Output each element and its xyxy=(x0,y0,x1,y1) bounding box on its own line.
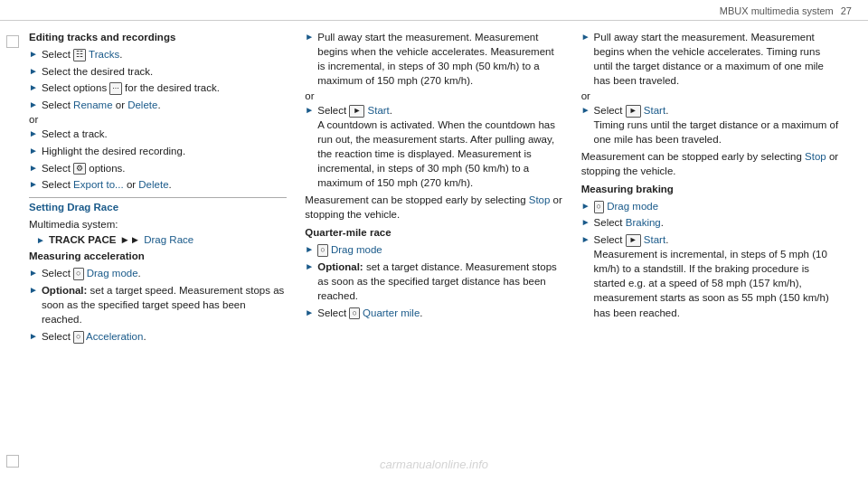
stop-text-middle: Measurement can be stopped early by sele… xyxy=(305,193,562,222)
top-bar-right: MBUX multimedia system 27 xyxy=(720,5,852,16)
gear-icon: ⚙ xyxy=(73,163,86,175)
bullet-text: ○ Drag mode xyxy=(317,242,562,257)
measuring-acceleration-section: Measuring acceleration ► Select ○ Drag m… xyxy=(29,250,287,343)
start-link-middle[interactable]: Start xyxy=(368,105,390,116)
bullet-text: Highlight the desired recording. xyxy=(42,144,287,158)
export-link[interactable]: Export to... xyxy=(73,179,124,190)
delete-link[interactable]: Delete xyxy=(127,99,157,110)
bullet-text: Optional: set a target speed. Measuremen… xyxy=(42,283,287,326)
bullet-text: Select ○ Acceleration. xyxy=(42,329,287,344)
accel-list: ► Select ○ Drag mode. ► Optional: set a … xyxy=(29,266,287,343)
bullet-text: Select Rename or Delete. xyxy=(42,98,287,112)
bullet-item: ► Select Rename or Delete. xyxy=(29,98,287,112)
bullet-arrow: ► xyxy=(29,48,38,61)
margin-box-bottom xyxy=(6,455,19,468)
stop-text-right: Measurement can be stopped early by sele… xyxy=(581,149,839,178)
bullet-item: ► ○ Drag mode xyxy=(581,199,839,213)
middle-list-1: ► Pull away start the measurement. Measu… xyxy=(305,30,562,88)
bullet-text: Select the desired track. xyxy=(42,64,287,79)
or-text-middle-1: or xyxy=(305,90,562,101)
or-text-right-1: or xyxy=(581,90,839,101)
start-link-braking[interactable]: Start xyxy=(644,234,665,245)
bullet-item: ► Select ► Start. Timing runs until the … xyxy=(581,103,839,146)
divider-1 xyxy=(29,197,287,198)
drag-mode-icon-3: ○ xyxy=(594,201,604,213)
bullet-arrow: ► xyxy=(581,104,590,117)
bullet-text: ○ Drag mode xyxy=(594,199,839,213)
margin-box-top xyxy=(6,35,19,48)
quarter-mile-link[interactable]: Quarter mile xyxy=(363,307,420,318)
editing-list-1: ► Select ☷ Tracks. ► Select the desired … xyxy=(29,47,287,112)
col-right: ► Pull away start the measurement. Measu… xyxy=(578,30,839,482)
acceleration-link[interactable]: Acceleration xyxy=(86,331,143,342)
accel-icon: ○ xyxy=(73,331,83,344)
main-content: Editing tracks and recordings ► Select ☷… xyxy=(25,30,843,482)
bullet-arrow: ► xyxy=(29,81,38,94)
bullet-arrow: ► xyxy=(581,216,590,229)
bullet-arrow: ► xyxy=(581,200,590,213)
bullet-item: ► Select ⚙ options. xyxy=(29,161,287,175)
bullet-item: ► Select Export to... or Delete. xyxy=(29,177,287,192)
bullet-item: ► Optional: set a target speed. Measurem… xyxy=(29,283,287,326)
page-number: 27 xyxy=(841,5,852,16)
bullet-item: ► Select ○ Drag mode. xyxy=(29,266,287,280)
bullet-arrow: ► xyxy=(29,99,38,111)
measuring-accel-title: Measuring acceleration xyxy=(29,250,287,261)
stop-link-middle[interactable]: Stop xyxy=(529,194,551,205)
bullet-arrow: ► xyxy=(305,104,314,117)
bullet-text: Select ☷ Tracks. xyxy=(42,47,287,61)
drag-mode-link-2[interactable]: Drag mode xyxy=(331,244,382,255)
play-icon-right: ► xyxy=(626,105,641,118)
quarter-mile-title: Quarter-mile race xyxy=(305,227,562,238)
middle-list-2: ► Select ► Start. A countdown is activat… xyxy=(305,103,562,191)
measuring-braking-title: Measuring braking xyxy=(581,184,839,194)
bullet-text: Select a track. xyxy=(42,127,287,141)
col-left: Editing tracks and recordings ► Select ☷… xyxy=(29,30,305,482)
options-dots-icon: ··· xyxy=(109,82,122,95)
system-title: MBUX multimedia system xyxy=(720,5,834,16)
bullet-arrow: ► xyxy=(305,260,314,273)
bullet-arrow: ► xyxy=(29,65,38,78)
bullet-item: ► Select ☷ Tracks. xyxy=(29,47,287,61)
bullet-item: ► ○ Drag mode xyxy=(305,242,562,257)
tracks-icon: ☷ xyxy=(73,49,86,61)
bullet-arrow: ► xyxy=(29,128,38,140)
drag-mode-icon-2: ○ xyxy=(317,244,327,257)
drag-race-nav-link[interactable]: Drag Race xyxy=(144,234,193,245)
drag-mode-link-1[interactable]: Drag mode xyxy=(87,268,138,279)
bullet-item: ► Pull away start the measurement. Measu… xyxy=(305,30,562,88)
bullet-text: Select Export to... or Delete. xyxy=(42,177,287,192)
track-pace-arrow: ► xyxy=(36,235,45,245)
right-list-1: ► Pull away start the measurement. Measu… xyxy=(581,30,839,88)
editing-list-2: ► Select a track. ► Highlight the desire… xyxy=(29,127,287,192)
rename-link[interactable]: Rename xyxy=(73,99,112,110)
track-pace-text: TRACK PACE xyxy=(49,234,117,245)
play-icon-middle: ► xyxy=(349,105,364,118)
quarter-mile-list: ► ○ Drag mode ► Optional: set a target d… xyxy=(305,242,562,319)
optional-label-2: Optional: xyxy=(317,261,363,272)
bullet-item: ► Select Braking. xyxy=(581,215,839,230)
bullet-arrow: ► xyxy=(29,162,38,175)
bullet-item: ► Select ► Start. Measurement is increme… xyxy=(581,232,839,320)
quarter-icon: ○ xyxy=(349,307,359,320)
play-icon-braking: ► xyxy=(626,234,641,247)
page-wrapper: MBUX multimedia system 27 Editing tracks… xyxy=(0,0,868,482)
bullet-item: ► Pull away start the measurement. Measu… xyxy=(581,30,839,88)
drag-race-link[interactable]: Setting Drag Race xyxy=(29,202,118,213)
bullet-text: Pull away start the measurement. Measure… xyxy=(594,30,839,88)
bullet-item: ► Select ○ Acceleration. xyxy=(29,329,287,344)
bullet-text: Select ○ Drag mode. xyxy=(42,266,287,280)
bullet-item: ► Optional: set a target distance. Measu… xyxy=(305,260,562,303)
stop-link-right[interactable]: Stop xyxy=(805,151,826,162)
bullet-arrow: ► xyxy=(305,31,314,43)
drag-mode-link-3[interactable]: Drag mode xyxy=(607,201,658,212)
bullet-arrow: ► xyxy=(29,145,38,157)
start-link-right[interactable]: Start xyxy=(644,105,665,116)
track-pace-line: ► TRACK PACE ►► Drag Race xyxy=(36,234,287,245)
bullet-arrow: ► xyxy=(305,307,314,319)
bullet-arrow: ► xyxy=(29,284,38,297)
delete-link-2[interactable]: Delete xyxy=(138,179,168,190)
braking-link[interactable]: Braking xyxy=(626,217,661,228)
bullet-text: Select ⚙ options. xyxy=(42,161,287,175)
tracks-link[interactable]: Tracks xyxy=(89,49,119,60)
